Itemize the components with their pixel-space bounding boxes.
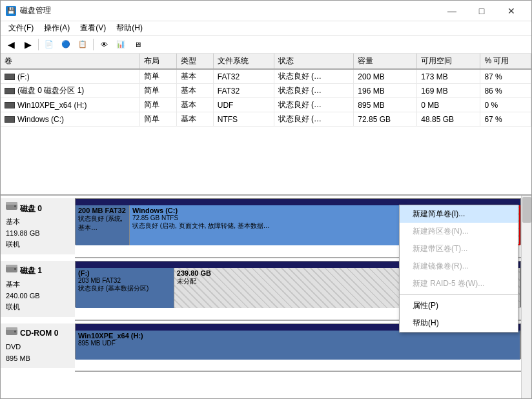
title-left: 💾 磁盘管理 xyxy=(6,5,51,16)
toolbar-sep-2 xyxy=(93,39,94,50)
col-header-type: 类型 xyxy=(176,54,213,69)
ctx-item2-1[interactable]: 帮助(H) xyxy=(400,314,518,332)
cell-layout: 简单 xyxy=(139,98,176,112)
window-title: 磁盘管理 xyxy=(20,5,51,16)
table-row[interactable]: (F:)简单基本FAT32状态良好 (…200 MB173 MB87 % xyxy=(1,69,531,84)
title-controls: — □ ✕ xyxy=(437,1,526,21)
ctx-item-2: 新建带区卷(T)... xyxy=(400,240,518,258)
cell-fs: NTFS xyxy=(213,112,274,127)
toolbar-btn3[interactable]: 📋 xyxy=(75,37,90,52)
svg-rect-4 xyxy=(6,265,17,267)
col-header-layout: 布局 xyxy=(139,54,176,69)
cell-status: 状态良好 (… xyxy=(274,112,354,127)
disk-partition-1-0[interactable]: (F:)203 MB FAT32状态良好 (基本数据分区) xyxy=(76,261,174,308)
col-header-free: 可用空间 xyxy=(417,54,480,69)
cell-status: 状态良好 (… xyxy=(274,98,354,112)
cell-capacity: 200 MB xyxy=(354,69,417,84)
cell-free: 0 MB xyxy=(417,98,480,112)
ctx-item2-0[interactable]: 属性(P) xyxy=(400,297,518,314)
context-menu: 新建简单卷(I)...新建跨区卷(N)...新建带区卷(T)...新建镜像卷(R… xyxy=(399,205,518,332)
context-menu-separator xyxy=(400,294,518,295)
toolbar-btn2[interactable]: 🔵 xyxy=(58,37,74,52)
ctx-item-3: 新建镜像卷(R)... xyxy=(400,258,518,275)
disk-partition-0-0[interactable]: 200 MB FAT32状态良好 (系统, 基本… xyxy=(76,199,130,245)
disk-separator-2 xyxy=(75,371,521,372)
menu-action[interactable]: 操作(A) xyxy=(39,21,75,35)
col-header-fs: 文件系统 xyxy=(213,54,274,69)
menu-view[interactable]: 查看(V) xyxy=(75,21,111,35)
cell-volume-name: (F:) xyxy=(1,69,139,84)
col-header-status: 状态 xyxy=(274,54,354,69)
toolbar-forward[interactable]: ▶ xyxy=(20,37,36,52)
title-bar: 💾 磁盘管理 — □ ✕ xyxy=(1,1,531,21)
cell-type: 基本 xyxy=(176,112,213,127)
cell-pct: 86 % xyxy=(480,84,531,98)
table-row[interactable]: (磁盘 0 磁盘分区 1)简单基本FAT32状态良好 (…196 MB169 M… xyxy=(1,84,531,98)
disk-map-area: 磁盘 0基本119.88 GB联机200 MB FAT32状态良好 (系统, 基… xyxy=(1,196,531,398)
cell-fs: FAT32 xyxy=(213,69,274,84)
svg-rect-7 xyxy=(6,327,17,330)
menu-help[interactable]: 帮助(H) xyxy=(111,21,148,35)
menu-file[interactable]: 文件(F) xyxy=(3,21,39,35)
cell-layout: 简单 xyxy=(139,112,176,127)
disk-partition-0-1[interactable]: Windows (C:)72.85 GB NTFS状态良好 (启动, 页面文件,… xyxy=(130,199,418,245)
toolbar-sep-1 xyxy=(38,39,39,50)
svg-rect-5 xyxy=(14,268,16,270)
cell-free: 169 MB xyxy=(417,84,480,98)
ctx-item-4: 新建 RAID-5 卷(W)... xyxy=(400,275,518,292)
minimize-button[interactable]: — xyxy=(437,1,467,21)
cell-status: 状态良好 (… xyxy=(274,69,354,84)
col-header-capacity: 容量 xyxy=(354,54,417,69)
main-window: 💾 磁盘管理 — □ ✕ 文件(F) 操作(A) 查看(V) 帮助(H) ◀ ▶… xyxy=(0,0,532,399)
disk-map-inner: 磁盘 0基本119.88 GB联机200 MB FAT32状态良好 (系统, 基… xyxy=(1,196,521,398)
cell-volume-name: Windows (C:) xyxy=(1,112,139,127)
close-button[interactable]: ✕ xyxy=(496,1,526,21)
cell-free: 173 MB xyxy=(417,69,480,84)
cell-capacity: 196 MB xyxy=(354,84,417,98)
cell-status: 状态良好 (… xyxy=(274,84,354,98)
volume-table-section: 卷 布局 类型 文件系统 状态 容量 可用空间 % 可用 (F:)简单基本FAT… xyxy=(1,54,531,196)
ctx-item-1: 新建跨区卷(N)... xyxy=(400,223,518,240)
toolbar-back[interactable]: ◀ xyxy=(3,37,19,52)
table-row[interactable]: Win10XPE_x64 (H:)简单基本UDF状态良好 (…895 MB0 M… xyxy=(1,98,531,112)
menu-bar: 文件(F) 操作(A) 查看(V) 帮助(H) xyxy=(1,21,531,36)
col-header-pct: % 可用 xyxy=(480,54,531,69)
app-icon: 💾 xyxy=(6,6,16,16)
cell-fs: UDF xyxy=(213,98,274,112)
cell-pct: 87 % xyxy=(480,69,531,84)
cell-volume-name: Win10XPE_x64 (H:) xyxy=(1,98,139,112)
cell-pct: 67 % xyxy=(480,112,531,127)
ctx-item-0[interactable]: 新建简单卷(I)... xyxy=(400,205,518,223)
disk-label-0: 磁盘 0基本119.88 GB联机 xyxy=(1,198,75,254)
toolbar-btn6[interactable]: 🖥 xyxy=(130,37,145,52)
svg-rect-8 xyxy=(14,331,16,332)
disk-row-0: 磁盘 0基本119.88 GB联机200 MB FAT32状态良好 (系统, 基… xyxy=(1,198,521,254)
col-header-volume: 卷 xyxy=(1,54,139,69)
cell-type: 基本 xyxy=(176,98,213,112)
cell-fs: FAT32 xyxy=(213,84,274,98)
volume-table: 卷 布局 类型 文件系统 状态 容量 可用空间 % 可用 (F:)简单基本FAT… xyxy=(1,54,531,127)
scrollbar[interactable] xyxy=(521,196,531,398)
cell-layout: 简单 xyxy=(139,84,176,98)
maximize-button[interactable]: □ xyxy=(467,1,496,21)
content-area: 卷 布局 类型 文件系统 状态 容量 可用空间 % 可用 (F:)简单基本FAT… xyxy=(1,54,531,398)
svg-rect-1 xyxy=(6,202,17,205)
cell-free: 48.85 GB xyxy=(417,112,480,127)
cell-type: 基本 xyxy=(176,69,213,84)
cell-capacity: 895 MB xyxy=(354,98,417,112)
cell-layout: 简单 xyxy=(139,69,176,84)
cell-capacity: 72.85 GB xyxy=(354,112,417,127)
disk-label-2: CD-ROM 0DVD895 MB xyxy=(1,323,75,368)
toolbar-btn4[interactable]: 👁 xyxy=(96,37,112,52)
table-row[interactable]: Windows (C:)简单基本NTFS状态良好 (…72.85 GB48.85… xyxy=(1,112,531,127)
svg-rect-2 xyxy=(14,205,16,207)
cell-type: 基本 xyxy=(176,84,213,98)
cell-volume-name: (磁盘 0 磁盘分区 1) xyxy=(1,84,139,98)
toolbar: ◀ ▶ 📄 🔵 📋 👁 📊 🖥 xyxy=(1,36,531,54)
toolbar-btn1[interactable]: 📄 xyxy=(41,37,57,52)
disk-label-1: 磁盘 1基本240.00 GB联机 xyxy=(1,261,75,317)
cell-pct: 0 % xyxy=(480,98,531,112)
toolbar-btn5[interactable]: 📊 xyxy=(113,37,128,52)
